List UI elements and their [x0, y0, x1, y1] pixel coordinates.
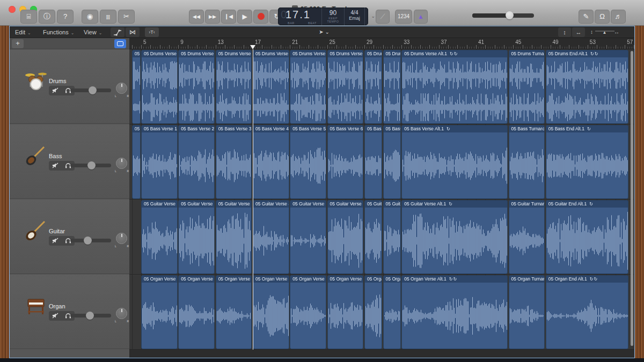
region[interactable]: 05 Guita [364, 200, 382, 274]
tool-menu[interactable]: ➤ ⌄ [314, 27, 334, 37]
mute-button[interactable] [49, 161, 62, 171]
edit-menu[interactable]: Edit⌄ [15, 26, 31, 38]
region[interactable]: 05 Drum [364, 50, 382, 124]
region[interactable]: 05 Organ Verse 3.1 [216, 275, 252, 349]
region[interactable]: 05 Organ Verse 4.1 [253, 275, 289, 349]
go-to-beginning-button[interactable]: ❙◀ [221, 10, 236, 24]
master-volume-slider[interactable] [472, 13, 534, 18]
metronome-button[interactable]: ▲ [414, 10, 428, 24]
region[interactable]: 05 Organ End Alt.1↻↻ [546, 275, 628, 349]
region[interactable]: 05 Bass Verse Alt.1↻ [401, 125, 508, 199]
region[interactable]: 05 Organ Turnarou [509, 275, 545, 349]
region[interactable]: 05 Drums Verse 6.1 [327, 50, 364, 124]
rewind-button[interactable]: ◀◀ [189, 10, 204, 24]
waveform-zoom-button[interactable]: ↕ [558, 27, 571, 37]
bar-ruler[interactable]: 59131721252933374145495357 [129, 38, 634, 49]
mixer-button[interactable]: ⫾⫾ [100, 10, 116, 24]
region[interactable]: 05 Guitar Verse 1.1 [141, 200, 178, 274]
track-volume-slider[interactable] [70, 314, 111, 317]
track-header-bass[interactable]: BassLR [10, 124, 129, 199]
media-browser-button[interactable]: ♬ [611, 10, 626, 24]
inspector-button[interactable]: ⓘ [39, 10, 55, 24]
region[interactable]: 05 Guitar Verse 2.1 [178, 200, 215, 274]
region[interactable]: 05 Guitar Verse 3.1 [216, 200, 252, 274]
track-volume-thumb[interactable] [84, 237, 92, 245]
region[interactable]: 05 Drums Verse 2.1 [178, 50, 215, 124]
region[interactable]: 05 Guitar End Alt.1↻ [546, 200, 628, 274]
add-track-button[interactable]: + [12, 39, 24, 48]
region[interactable]: 05 [132, 125, 141, 199]
region[interactable]: 05 Organ Verse 1.1 [141, 275, 178, 349]
region[interactable]: 05 Guitar Verse 6.1 [327, 200, 364, 274]
functions-menu[interactable]: Functions⌄ [43, 26, 74, 38]
region[interactable]: 05 Bass Verse 1.1 [141, 125, 178, 199]
track-header-options-button[interactable] [114, 39, 126, 48]
count-in-button[interactable]: 1234 [395, 10, 412, 24]
automation-button[interactable] [111, 27, 125, 37]
flex-button[interactable]: ⋈ [126, 27, 140, 37]
region[interactable]: 05 Bass Verse 6.1 [327, 125, 364, 199]
region[interactable]: 05 Bass [383, 125, 401, 199]
forward-button[interactable]: ▶▶ [205, 10, 220, 24]
region[interactable]: 05 Guitar Turnarou [509, 200, 545, 274]
record-button[interactable] [253, 10, 268, 24]
track-volume-slider[interactable] [70, 239, 111, 242]
region[interactable]: 05 Organ Verse 6.1 [327, 275, 364, 349]
fit-horizontal-button[interactable]: ↔ [572, 27, 585, 37]
track-volume-slider[interactable] [70, 164, 111, 167]
pan-knob[interactable] [116, 308, 127, 319]
catch-playhead-button[interactable]: ›T‹ [145, 27, 159, 37]
region[interactable]: 05 Orga [383, 275, 401, 349]
track-header-drums[interactable]: DrumsLR [10, 49, 129, 124]
region[interactable]: 05 Bass [364, 125, 382, 199]
track-volume-thumb[interactable] [86, 312, 94, 320]
region[interactable]: 05 Drums Verse 1.1 [141, 50, 178, 124]
track-name[interactable]: Bass [49, 153, 62, 159]
region[interactable]: 05 Guitar Verse Alt.1↻ [401, 200, 508, 274]
region[interactable]: 05 Bass Turnaroun [509, 125, 545, 199]
smart-controls-button[interactable]: ◉ [82, 10, 98, 24]
loop-browser-button[interactable]: Ω [595, 10, 610, 24]
lcd-chevron-icon[interactable]: ⌄ [371, 13, 375, 19]
pan-knob[interactable] [116, 158, 127, 169]
horizontal-zoom-slider[interactable]: ↔▲ [614, 27, 635, 37]
view-menu[interactable]: View⌄ [84, 26, 102, 38]
note-pad-button[interactable]: ✎ [579, 10, 594, 24]
region[interactable]: 05 Bass Verse 2.1 [178, 125, 215, 199]
region[interactable]: 05 Guitar Verse 5.1 [290, 200, 326, 274]
track-volume-slider[interactable] [70, 88, 111, 92]
region[interactable]: 05 Drums Verse 3.1 [216, 50, 252, 124]
mute-button[interactable] [49, 311, 62, 321]
region[interactable]: 05 Organ Verse Alt.1↻↻ [401, 275, 508, 349]
library-button[interactable]: ⌸ [20, 10, 37, 24]
track-volume-thumb[interactable] [87, 161, 96, 169]
track-volume-thumb[interactable] [89, 86, 97, 94]
track-name[interactable]: Guitar [49, 228, 65, 234]
region[interactable]: 05 Guita [383, 200, 401, 274]
master-volume-thumb[interactable] [506, 11, 514, 19]
play-button[interactable]: ▶ [237, 10, 252, 24]
track-name[interactable]: Drums [49, 78, 66, 84]
mute-button[interactable] [49, 86, 62, 95]
tuner-button[interactable]: ⟋ [376, 10, 390, 24]
track-name[interactable]: Organ [49, 303, 65, 309]
quick-help-button[interactable]: ? [57, 10, 74, 24]
track-header-organ[interactable]: OrganLR [10, 275, 129, 349]
region[interactable]: 05 Organ Verse 2.1 [178, 275, 215, 349]
region[interactable]: 05 Drums Verse 4.1 [253, 50, 289, 124]
region[interactable]: 05 Bass Verse 4.1 [253, 125, 289, 199]
pan-knob[interactable] [116, 83, 127, 94]
region[interactable]: 05 Drums Verse Alt.1↻↻ [401, 50, 508, 124]
vertical-scrollbar[interactable] [631, 51, 633, 346]
region[interactable]: 05 Bass Verse 5.3 [290, 125, 326, 199]
region[interactable]: 05 Drums Turnarou [509, 50, 545, 124]
vertical-zoom-slider[interactable]: ↕▲ [590, 27, 614, 37]
playhead-line[interactable] [253, 49, 254, 350]
pan-knob[interactable] [116, 233, 127, 244]
track-header-guitar[interactable]: GuitarLR [10, 200, 129, 274]
vertical-zoom-thumb[interactable]: ▲ [603, 28, 607, 38]
region[interactable]: 05 [132, 50, 141, 124]
region[interactable]: 05 Bass End Alt.1↻ [546, 125, 628, 199]
playhead-marker-icon[interactable] [250, 45, 255, 49]
mute-button[interactable] [49, 236, 62, 246]
